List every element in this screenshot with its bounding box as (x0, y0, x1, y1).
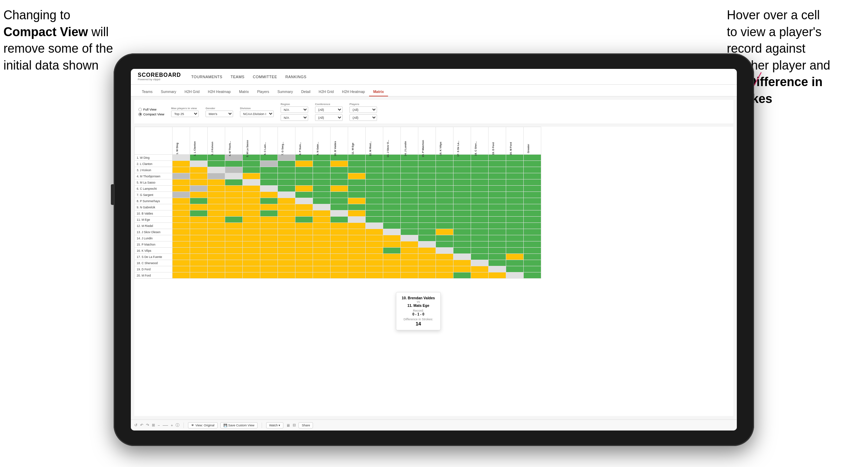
matrix-cell-r2-c3[interactable] (208, 161, 225, 167)
matrix-cell-r17-c18[interactable] (471, 254, 489, 260)
matrix-cell-r4-c11[interactable] (348, 173, 366, 179)
matrix-cell-r11-c19[interactable] (489, 217, 506, 223)
tab-summary1[interactable]: Summary (157, 87, 180, 96)
matrix-cell-r7-c7[interactable] (278, 192, 295, 198)
matrix-cell-r9-c5[interactable] (243, 204, 260, 210)
matrix-cell-r10-c15[interactable] (418, 210, 436, 217)
matrix-cell-r5-c11[interactable] (348, 179, 366, 186)
matrix-cell-r9-c18[interactable] (471, 204, 489, 210)
matrix-cell-r2-c15[interactable] (418, 161, 436, 167)
matrix-cell-r17-c21[interactable] (524, 254, 541, 260)
matrix-cell-r6-c11[interactable] (348, 186, 366, 192)
matrix-cell-r13-c14[interactable] (401, 229, 418, 235)
matrix-cell-r19-c18[interactable] (471, 266, 489, 272)
matrix-cell-r16-c9[interactable] (313, 248, 331, 254)
matrix-cell-r2-c2[interactable] (190, 161, 208, 167)
matrix-cell-r11-c2[interactable] (190, 217, 208, 223)
matrix-cell-r15-c15[interactable] (418, 241, 436, 248)
matrix-cell-r10-c13[interactable] (383, 210, 401, 217)
matrix-cell-r8-c15[interactable] (418, 198, 436, 204)
matrix-cell-r16-c6[interactable] (260, 248, 278, 254)
matrix-cell-r10-c12[interactable] (366, 210, 383, 217)
matrix-cell-r19-c17[interactable] (453, 266, 471, 272)
matrix-cell-r12-c19[interactable] (489, 223, 506, 229)
matrix-cell-r12-c9[interactable] (313, 223, 331, 229)
matrix-cell-r3-c21[interactable] (524, 167, 541, 173)
matrix-cell-r12-c4[interactable] (225, 223, 243, 229)
matrix-cell-r8-c17[interactable] (453, 198, 471, 204)
matrix-cell-r2-c12[interactable] (366, 161, 383, 167)
matrix-cell-r9-c9[interactable] (313, 204, 331, 210)
matrix-cell-r16-c14[interactable] (401, 248, 418, 254)
matrix-cell-r5-c6[interactable] (260, 179, 278, 186)
matrix-cell-r17-c20[interactable] (506, 254, 524, 260)
matrix-cell-r18-c20[interactable] (506, 260, 524, 266)
matrix-cell-r2-c4[interactable] (225, 161, 243, 167)
matrix-cell-r19-c21[interactable] (524, 266, 541, 272)
matrix-cell-r11-c12[interactable] (366, 217, 383, 223)
matrix-cell-r3-c13[interactable] (383, 167, 401, 173)
matrix-cell-r6-c17[interactable] (453, 186, 471, 192)
matrix-cell-r14-c21[interactable] (524, 235, 541, 241)
matrix-cell-r15-c11[interactable] (348, 241, 366, 248)
matrix-cell-r3-c6[interactable] (260, 167, 278, 173)
matrix-cell-r16-c8[interactable] (295, 248, 313, 254)
matrix-cell-r6-c14[interactable] (401, 186, 418, 192)
matrix-cell-r6-c5[interactable] (243, 186, 260, 192)
tab-summary2[interactable]: Summary (273, 87, 297, 96)
matrix-cell-r15-c10[interactable] (331, 241, 348, 248)
matrix-cell-r1-c10[interactable] (331, 155, 348, 161)
matrix-cell-r17-c7[interactable] (278, 254, 295, 260)
matrix-cell-r16-c19[interactable] (489, 248, 506, 254)
matrix-cell-r16-c5[interactable] (243, 248, 260, 254)
matrix-cell-r7-c15[interactable] (418, 192, 436, 198)
matrix-cell-r7-c6[interactable] (260, 192, 278, 198)
matrix-cell-r6-c21[interactable] (524, 186, 541, 192)
matrix-cell-r1-c14[interactable] (401, 155, 418, 161)
matrix-cell-r12-c13[interactable] (383, 223, 401, 229)
matrix-cell-r17-c14[interactable] (401, 254, 418, 260)
players-select2[interactable]: (All) (349, 114, 377, 121)
matrix-cell-r16-c13[interactable] (383, 248, 401, 254)
full-view-option[interactable]: Full View (138, 107, 164, 111)
matrix-cell-r20-c12[interactable] (366, 272, 383, 279)
matrix-cell-r1-c7[interactable] (278, 155, 295, 161)
matrix-cell-r10-c9[interactable] (313, 210, 331, 217)
matrix-cell-r7-c3[interactable] (208, 192, 225, 198)
tab-h2h-heatmap1[interactable]: H2H Heatmap (204, 87, 235, 96)
matrix-cell-r5-c17[interactable] (453, 179, 471, 186)
matrix-cell-r5-c9[interactable] (313, 179, 331, 186)
matrix-cell-r1-c21[interactable] (524, 155, 541, 161)
matrix-cell-r19-c19[interactable] (489, 266, 506, 272)
matrix-cell-r6-c4[interactable] (225, 186, 243, 192)
matrix-cell-r20-c4[interactable] (225, 272, 243, 279)
matrix-cell-r3-c7[interactable] (278, 167, 295, 173)
matrix-cell-r6-c13[interactable] (383, 186, 401, 192)
matrix-cell-r12-c1[interactable] (172, 223, 190, 229)
matrix-cell-r12-c10[interactable] (331, 223, 348, 229)
matrix-cell-r17-c2[interactable] (190, 254, 208, 260)
matrix-cell-r11-c14[interactable] (401, 217, 418, 223)
matrix-cell-r5-c16[interactable] (436, 179, 453, 186)
matrix-cell-r18-c2[interactable] (190, 260, 208, 266)
matrix-cell-r5-c12[interactable] (366, 179, 383, 186)
matrix-cell-r8-c6[interactable] (260, 198, 278, 204)
tab-matrix1[interactable]: Matrix (235, 87, 253, 96)
matrix-cell-r1-c5[interactable] (243, 155, 260, 161)
matrix-cell-r4-c20[interactable] (506, 173, 524, 179)
matrix-cell-r20-c8[interactable] (295, 272, 313, 279)
matrix-cell-r10-c11[interactable] (348, 210, 366, 217)
matrix-cell-r13-c5[interactable] (243, 229, 260, 235)
grid-icon[interactable]: ⊞ (152, 423, 155, 427)
matrix-cell-r7-c12[interactable] (366, 192, 383, 198)
matrix-cell-r16-c17[interactable] (453, 248, 471, 254)
matrix-cell-r11-c16[interactable] (436, 217, 453, 223)
matrix-cell-r19-c8[interactable] (295, 266, 313, 272)
matrix-cell-r2-c20[interactable] (506, 161, 524, 167)
tab-players[interactable]: Players (253, 87, 273, 96)
matrix-cell-r4-c13[interactable] (383, 173, 401, 179)
matrix-cell-r15-c6[interactable] (260, 241, 278, 248)
matrix-cell-r12-c8[interactable] (295, 223, 313, 229)
matrix-cell-r8-c21[interactable] (524, 198, 541, 204)
matrix-cell-r20-c15[interactable] (418, 272, 436, 279)
